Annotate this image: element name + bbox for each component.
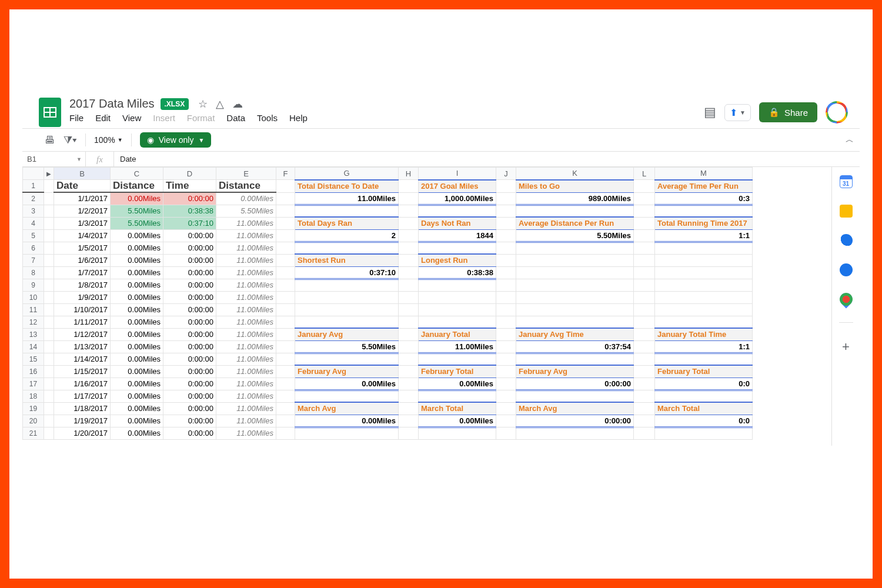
cell[interactable] bbox=[276, 192, 295, 205]
print-icon[interactable]: 🖶 bbox=[45, 134, 55, 146]
cell[interactable] bbox=[276, 254, 295, 266]
cell[interactable] bbox=[276, 266, 295, 279]
cell[interactable] bbox=[44, 328, 54, 340]
tasks-icon[interactable] bbox=[840, 234, 853, 247]
cell-cum-distance[interactable]: 11.00Miles bbox=[216, 390, 276, 402]
cell-cum-distance[interactable]: 11.00Miles bbox=[216, 254, 276, 266]
keep-icon[interactable] bbox=[840, 205, 853, 218]
cell-distance[interactable]: 0.00Miles bbox=[111, 254, 163, 266]
cell[interactable] bbox=[399, 427, 419, 439]
stat-label[interactable]: January Total bbox=[419, 328, 496, 340]
cell[interactable] bbox=[276, 229, 295, 242]
row-header[interactable]: 16 bbox=[23, 365, 44, 377]
cell[interactable] bbox=[276, 415, 295, 427]
cell-cum-distance[interactable]: 11.00Miles bbox=[216, 328, 276, 340]
row-header[interactable]: 6 bbox=[23, 242, 44, 254]
cell-distance[interactable]: 0.00Miles bbox=[111, 266, 163, 279]
filter-icon[interactable]: ⧩▾ bbox=[64, 134, 77, 146]
cell-distance[interactable]: 0.00Miles bbox=[111, 353, 163, 365]
cell-cum-distance[interactable]: 11.00Miles bbox=[216, 377, 276, 390]
cell[interactable] bbox=[496, 377, 516, 390]
cell[interactable] bbox=[496, 180, 516, 193]
cell[interactable] bbox=[516, 205, 634, 217]
cell[interactable] bbox=[44, 217, 54, 229]
cell-cum-distance[interactable]: 11.00Miles bbox=[216, 266, 276, 279]
cell[interactable] bbox=[516, 266, 634, 279]
present-button[interactable]: ⬆▼ bbox=[724, 104, 751, 121]
cell-time[interactable]: 0:00:00 bbox=[163, 340, 216, 353]
cell[interactable] bbox=[634, 205, 655, 217]
cell[interactable] bbox=[634, 242, 655, 254]
cell-cum-distance[interactable]: 11.00Miles bbox=[216, 291, 276, 303]
cell[interactable] bbox=[419, 291, 496, 303]
stat-value[interactable]: 11.00Miles bbox=[419, 340, 496, 353]
row-header[interactable]: 11 bbox=[23, 303, 44, 316]
spreadsheet-grid[interactable]: ▶BCDEFGHIJKLM 1DateDistanceTimeDistanceT… bbox=[22, 167, 753, 440]
menu-view[interactable]: View bbox=[122, 113, 141, 123]
cell[interactable] bbox=[516, 254, 634, 266]
cell[interactable] bbox=[496, 217, 516, 229]
cell[interactable] bbox=[399, 365, 419, 377]
cell[interactable] bbox=[496, 316, 516, 328]
cell[interactable] bbox=[634, 390, 655, 402]
cell-cum-distance[interactable]: 5.50Miles bbox=[216, 205, 276, 217]
cell[interactable] bbox=[44, 229, 54, 242]
cell-distance[interactable]: 0.00Miles bbox=[111, 390, 163, 402]
col-header-I[interactable]: I bbox=[419, 168, 496, 180]
row-header[interactable]: 13 bbox=[23, 328, 44, 340]
cell[interactable] bbox=[44, 340, 54, 353]
doc-title[interactable]: 2017 Data Miles bbox=[69, 97, 155, 111]
cell-time[interactable]: 0:00:00 bbox=[163, 328, 216, 340]
cell[interactable] bbox=[44, 205, 54, 217]
cell[interactable] bbox=[496, 402, 516, 415]
cell-date[interactable]: 1/3/2017 bbox=[54, 217, 111, 229]
stat-value[interactable]: 0:37:54 bbox=[516, 340, 634, 353]
cell[interactable] bbox=[655, 266, 753, 279]
cell[interactable] bbox=[276, 328, 295, 340]
cell-cum-distance[interactable]: 11.00Miles bbox=[216, 279, 276, 291]
cell[interactable] bbox=[295, 242, 399, 254]
stat-value[interactable]: 0:00:00 bbox=[516, 377, 634, 390]
calendar-icon[interactable] bbox=[840, 175, 853, 188]
cell[interactable] bbox=[634, 353, 655, 365]
cell[interactable] bbox=[496, 427, 516, 439]
col-header-J[interactable]: J bbox=[496, 168, 516, 180]
cell-date[interactable]: 1/16/2017 bbox=[54, 377, 111, 390]
stat-label[interactable]: March Avg bbox=[516, 402, 634, 415]
cell-time[interactable]: 0:00:00 bbox=[163, 279, 216, 291]
cell-date[interactable]: 1/17/2017 bbox=[54, 390, 111, 402]
cell-date[interactable]: 1/4/2017 bbox=[54, 229, 111, 242]
stat-label[interactable]: January Avg Time bbox=[516, 328, 634, 340]
cell[interactable] bbox=[276, 303, 295, 316]
row-header[interactable]: 14 bbox=[23, 340, 44, 353]
stat-label[interactable]: February Avg bbox=[295, 365, 399, 377]
stat-label[interactable]: 2017 Goal Miles bbox=[419, 180, 496, 193]
stat-label[interactable]: Total Distance To Date bbox=[295, 180, 399, 193]
cell[interactable] bbox=[496, 192, 516, 205]
stat-value[interactable]: 1:1 bbox=[655, 340, 753, 353]
comments-icon[interactable]: ▤ bbox=[704, 105, 716, 120]
cell[interactable] bbox=[276, 205, 295, 217]
menu-insert[interactable]: Insert bbox=[153, 113, 175, 123]
cell-date[interactable]: 1/12/2017 bbox=[54, 328, 111, 340]
maps-icon[interactable] bbox=[837, 290, 855, 308]
row-header[interactable]: 9 bbox=[23, 279, 44, 291]
addons-plus-icon[interactable]: + bbox=[842, 339, 850, 355]
cell[interactable] bbox=[496, 279, 516, 291]
cell-distance[interactable]: 0.00Miles bbox=[111, 427, 163, 439]
cell[interactable] bbox=[276, 217, 295, 229]
cell[interactable] bbox=[276, 316, 295, 328]
row-header[interactable]: 20 bbox=[23, 415, 44, 427]
cell-distance[interactable]: 0.00Miles bbox=[111, 192, 163, 205]
cell-date[interactable]: 1/6/2017 bbox=[54, 254, 111, 266]
cell-time[interactable]: 0:00:00 bbox=[163, 377, 216, 390]
col-header-arrow[interactable]: ▶ bbox=[44, 168, 54, 180]
cell[interactable] bbox=[516, 291, 634, 303]
cell[interactable] bbox=[399, 303, 419, 316]
cell-time[interactable]: 0:00:00 bbox=[163, 365, 216, 377]
stat-value[interactable]: 5.50Miles bbox=[516, 229, 634, 242]
cell[interactable] bbox=[634, 415, 655, 427]
stat-label[interactable]: Average Distance Per Run bbox=[516, 217, 634, 229]
cell-date[interactable]: 1/10/2017 bbox=[54, 303, 111, 316]
cell[interactable] bbox=[295, 353, 399, 365]
